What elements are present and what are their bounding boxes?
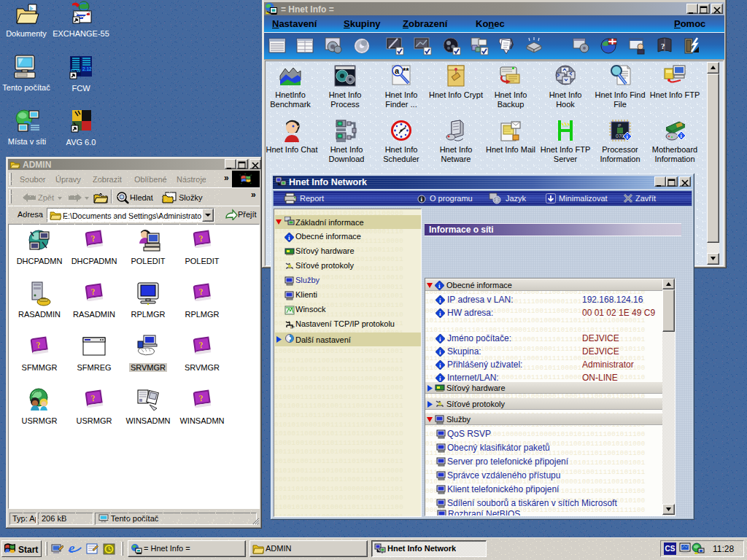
- svg-text:?: ?: [661, 42, 665, 50]
- svg-text:2.12: 2.12: [82, 66, 92, 71]
- svg-text:**: **: [403, 66, 409, 75]
- svg-text:IP: IP: [290, 325, 295, 330]
- svg-text:a: a: [395, 66, 400, 75]
- svg-text:iP: iP: [618, 123, 622, 128]
